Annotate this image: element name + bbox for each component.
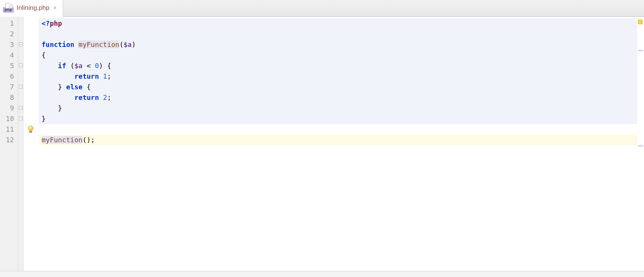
code-line[interactable]: <?php	[39, 18, 637, 29]
intention-bulb-icon[interactable]	[27, 126, 34, 134]
left-margin	[23, 17, 39, 277]
code-line[interactable]	[39, 124, 637, 135]
usage-marker[interactable]	[638, 50, 643, 51]
fold-toggle-icon[interactable]	[19, 42, 23, 46]
code-line[interactable]: return 2;	[39, 92, 637, 103]
line-number[interactable]: 12	[0, 135, 18, 145]
fold-end-icon	[19, 106, 23, 110]
file-tab[interactable]: php Inlining.php ×	[0, 0, 63, 17]
error-stripe[interactable]	[637, 17, 644, 277]
fold-column[interactable]	[18, 17, 23, 277]
php-file-icon: php	[3, 3, 14, 12]
fold-end-icon	[19, 85, 23, 89]
line-number[interactable]: 1	[0, 18, 18, 29]
fold-end-icon	[19, 117, 23, 120]
line-number[interactable]: 9	[0, 103, 18, 114]
code-line[interactable]	[39, 29, 637, 39]
line-number[interactable]: 2	[0, 29, 18, 39]
code-line[interactable]: }	[39, 114, 637, 124]
analysis-status-warning-icon[interactable]	[638, 20, 642, 24]
line-number-gutter[interactable]: 123456789101112	[0, 17, 18, 277]
code-line[interactable]: function myFunction($a)	[39, 39, 637, 50]
code-line[interactable]: if ($a < 0) {	[39, 61, 637, 71]
usage-marker[interactable]	[638, 145, 643, 146]
line-number[interactable]: 7	[0, 82, 18, 92]
line-number[interactable]: 6	[0, 71, 18, 82]
code-line[interactable]: }	[39, 103, 637, 114]
code-line[interactable]: } else {	[39, 82, 637, 92]
line-number[interactable]: 5	[0, 61, 18, 71]
line-number[interactable]: 11	[0, 124, 18, 135]
line-number[interactable]: 10	[0, 114, 18, 124]
file-tab-label: Inlining.php	[17, 4, 50, 12]
line-number[interactable]: 3	[0, 39, 18, 50]
code-line[interactable]: {	[39, 50, 637, 61]
code-line[interactable]: return 1;	[39, 71, 637, 82]
editor-area: 123456789101112 <?php function myFunctio…	[0, 17, 644, 277]
line-number[interactable]: 4	[0, 50, 18, 61]
editor-tabs-bar: php Inlining.php ×	[0, 0, 644, 17]
close-tab-icon[interactable]: ×	[53, 4, 57, 12]
line-number[interactable]: 8	[0, 92, 18, 103]
code-editor[interactable]: <?php function myFunction($a){ if ($a < …	[39, 17, 637, 277]
code-line[interactable]: myFunction();	[39, 135, 637, 145]
horizontal-scrollbar[interactable]	[0, 271, 644, 277]
fold-toggle-icon[interactable]	[19, 64, 23, 67]
